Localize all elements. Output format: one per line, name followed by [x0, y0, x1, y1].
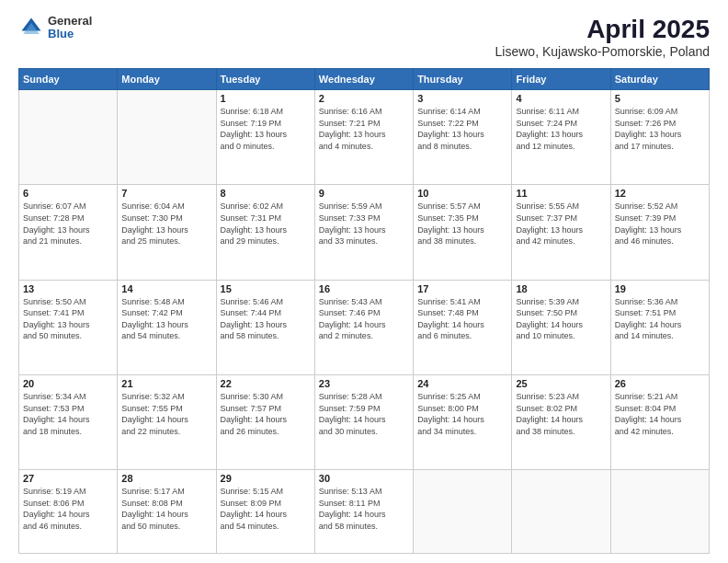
logo-icon	[18, 15, 44, 40]
table-row: 13Sunrise: 5:50 AM Sunset: 7:41 PM Dayli…	[19, 280, 118, 374]
table-row: 14Sunrise: 5:48 AM Sunset: 7:42 PM Dayli…	[118, 280, 216, 374]
table-row: 1Sunrise: 6:18 AM Sunset: 7:19 PM Daylig…	[216, 90, 314, 185]
day-info: Sunrise: 5:39 AM Sunset: 7:50 PM Dayligh…	[516, 296, 606, 342]
day-info: Sunrise: 5:48 AM Sunset: 7:42 PM Dayligh…	[121, 296, 211, 342]
day-info: Sunrise: 5:50 AM Sunset: 7:41 PM Dayligh…	[23, 296, 113, 342]
table-row: 11Sunrise: 5:55 AM Sunset: 7:37 PM Dayli…	[512, 185, 610, 280]
table-row: 26Sunrise: 5:21 AM Sunset: 8:04 PM Dayli…	[610, 374, 709, 469]
day-info: Sunrise: 5:15 AM Sunset: 8:09 PM Dayligh…	[221, 486, 311, 532]
col-thursday: Thursday	[414, 69, 512, 90]
table-row: 30Sunrise: 5:13 AM Sunset: 8:11 PM Dayli…	[314, 470, 413, 554]
day-number: 29	[221, 473, 311, 484]
day-number: 26	[615, 378, 705, 389]
day-info: Sunrise: 5:36 AM Sunset: 7:51 PM Dayligh…	[615, 296, 705, 342]
day-info: Sunrise: 5:46 AM Sunset: 7:44 PM Dayligh…	[221, 296, 311, 342]
day-number: 11	[516, 188, 606, 199]
day-info: Sunrise: 5:25 AM Sunset: 8:00 PM Dayligh…	[417, 391, 507, 437]
day-number: 8	[221, 188, 311, 199]
day-info: Sunrise: 5:21 AM Sunset: 8:04 PM Dayligh…	[615, 391, 705, 437]
day-number: 28	[121, 473, 211, 484]
day-info: Sunrise: 5:28 AM Sunset: 7:59 PM Dayligh…	[319, 391, 409, 437]
table-row: 6Sunrise: 6:07 AM Sunset: 7:28 PM Daylig…	[19, 185, 118, 280]
table-row	[19, 90, 118, 185]
title-location: Lisewo, Kujawsko-Pomorskie, Poland	[495, 44, 710, 59]
day-info: Sunrise: 5:41 AM Sunset: 7:48 PM Dayligh…	[417, 296, 507, 342]
col-sunday: Sunday	[19, 69, 118, 90]
day-number: 23	[319, 378, 409, 389]
day-number: 10	[417, 188, 507, 199]
table-row: 23Sunrise: 5:28 AM Sunset: 7:59 PM Dayli…	[314, 374, 413, 469]
day-info: Sunrise: 6:04 AM Sunset: 7:30 PM Dayligh…	[121, 201, 211, 247]
table-row	[610, 470, 709, 554]
day-number: 15	[221, 283, 311, 294]
logo-blue-text: Blue	[48, 28, 92, 40]
table-row: 12Sunrise: 5:52 AM Sunset: 7:39 PM Dayli…	[610, 185, 709, 280]
day-number: 30	[319, 473, 409, 484]
logo: General Blue	[18, 15, 92, 41]
col-friday: Friday	[512, 69, 610, 90]
table-row: 20Sunrise: 5:34 AM Sunset: 7:53 PM Dayli…	[19, 374, 118, 469]
day-info: Sunrise: 6:14 AM Sunset: 7:22 PM Dayligh…	[417, 106, 507, 152]
day-info: Sunrise: 5:57 AM Sunset: 7:35 PM Dayligh…	[417, 201, 507, 247]
header: General Blue April 2025 Lisewo, Kujawsko…	[18, 15, 710, 59]
day-number: 17	[417, 283, 507, 294]
day-number: 27	[23, 473, 113, 484]
day-number: 24	[417, 378, 507, 389]
calendar-table: Sunday Monday Tuesday Wednesday Thursday…	[18, 68, 710, 554]
day-number: 16	[319, 283, 409, 294]
table-row: 25Sunrise: 5:23 AM Sunset: 8:02 PM Dayli…	[512, 374, 610, 469]
table-row: 18Sunrise: 5:39 AM Sunset: 7:50 PM Dayli…	[512, 280, 610, 374]
page: General Blue April 2025 Lisewo, Kujawsko…	[0, 0, 728, 563]
day-number: 20	[23, 378, 113, 389]
table-row: 2Sunrise: 6:16 AM Sunset: 7:21 PM Daylig…	[314, 90, 413, 185]
day-info: Sunrise: 6:02 AM Sunset: 7:31 PM Dayligh…	[221, 201, 311, 247]
table-row: 17Sunrise: 5:41 AM Sunset: 7:48 PM Dayli…	[414, 280, 512, 374]
day-number: 6	[23, 188, 113, 199]
table-row: 24Sunrise: 5:25 AM Sunset: 8:00 PM Dayli…	[414, 374, 512, 469]
calendar-header-row: Sunday Monday Tuesday Wednesday Thursday…	[19, 69, 710, 90]
day-info: Sunrise: 5:23 AM Sunset: 8:02 PM Dayligh…	[516, 391, 606, 437]
day-info: Sunrise: 6:07 AM Sunset: 7:28 PM Dayligh…	[23, 201, 113, 247]
day-number: 21	[121, 378, 211, 389]
col-monday: Monday	[118, 69, 216, 90]
logo-general-text: General	[48, 15, 92, 28]
table-row: 5Sunrise: 6:09 AM Sunset: 7:26 PM Daylig…	[610, 90, 709, 185]
table-row: 4Sunrise: 6:11 AM Sunset: 7:24 PM Daylig…	[512, 90, 610, 185]
day-number: 14	[121, 283, 211, 294]
table-row	[118, 90, 216, 185]
table-row: 22Sunrise: 5:30 AM Sunset: 7:57 PM Dayli…	[216, 374, 314, 469]
day-info: Sunrise: 5:19 AM Sunset: 8:06 PM Dayligh…	[23, 486, 113, 532]
day-info: Sunrise: 6:09 AM Sunset: 7:26 PM Dayligh…	[615, 106, 705, 152]
day-number: 13	[23, 283, 113, 294]
day-info: Sunrise: 6:11 AM Sunset: 7:24 PM Dayligh…	[516, 106, 606, 152]
day-info: Sunrise: 5:17 AM Sunset: 8:08 PM Dayligh…	[121, 486, 211, 532]
table-row: 16Sunrise: 5:43 AM Sunset: 7:46 PM Dayli…	[314, 280, 413, 374]
title-month: April 2025	[495, 15, 710, 44]
day-number: 18	[516, 283, 606, 294]
table-row: 19Sunrise: 5:36 AM Sunset: 7:51 PM Dayli…	[610, 280, 709, 374]
day-info: Sunrise: 5:55 AM Sunset: 7:37 PM Dayligh…	[516, 201, 606, 247]
table-row: 28Sunrise: 5:17 AM Sunset: 8:08 PM Dayli…	[118, 470, 216, 554]
day-number: 22	[221, 378, 311, 389]
col-wednesday: Wednesday	[314, 69, 413, 90]
day-info: Sunrise: 6:16 AM Sunset: 7:21 PM Dayligh…	[319, 106, 409, 152]
table-row: 29Sunrise: 5:15 AM Sunset: 8:09 PM Dayli…	[216, 470, 314, 554]
table-row: 7Sunrise: 6:04 AM Sunset: 7:30 PM Daylig…	[118, 185, 216, 280]
day-info: Sunrise: 5:52 AM Sunset: 7:39 PM Dayligh…	[615, 201, 705, 247]
col-tuesday: Tuesday	[216, 69, 314, 90]
day-info: Sunrise: 5:30 AM Sunset: 7:57 PM Dayligh…	[221, 391, 311, 437]
col-saturday: Saturday	[610, 69, 709, 90]
day-number: 7	[121, 188, 211, 199]
table-row: 8Sunrise: 6:02 AM Sunset: 7:31 PM Daylig…	[216, 185, 314, 280]
day-info: Sunrise: 5:13 AM Sunset: 8:11 PM Dayligh…	[319, 486, 409, 532]
day-number: 3	[417, 93, 507, 104]
table-row	[414, 470, 512, 554]
day-number: 1	[221, 93, 311, 104]
day-info: Sunrise: 6:18 AM Sunset: 7:19 PM Dayligh…	[221, 106, 311, 152]
logo-text: General Blue	[48, 15, 92, 41]
day-number: 9	[319, 188, 409, 199]
day-info: Sunrise: 5:43 AM Sunset: 7:46 PM Dayligh…	[319, 296, 409, 342]
day-info: Sunrise: 5:32 AM Sunset: 7:55 PM Dayligh…	[121, 391, 211, 437]
table-row: 10Sunrise: 5:57 AM Sunset: 7:35 PM Dayli…	[414, 185, 512, 280]
day-number: 25	[516, 378, 606, 389]
